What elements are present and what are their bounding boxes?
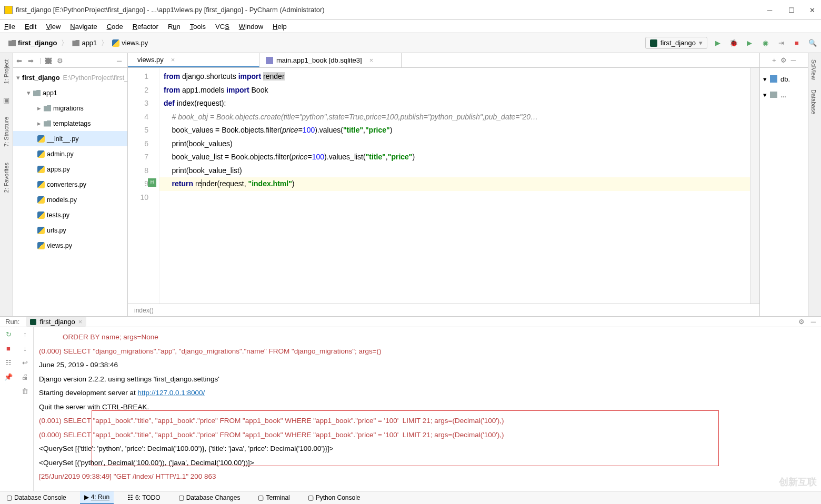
expand-icon[interactable]: ➡ xyxy=(28,57,35,64)
tree-file[interactable]: apps.py xyxy=(13,162,127,177)
settings-icon[interactable]: ⚙ xyxy=(57,57,64,64)
tree-file[interactable]: converters.py xyxy=(13,177,127,192)
project-tool-icon[interactable]: ▣ xyxy=(3,96,9,104)
stop-icon[interactable]: ■ xyxy=(6,345,11,352)
gutter-mark-icon: H xyxy=(148,178,156,187)
tab-label: views.py xyxy=(137,56,164,64)
database-tab[interactable]: Database xyxy=(808,86,819,117)
minimize-button[interactable]: ─ xyxy=(767,6,775,14)
menu-window[interactable]: Window xyxy=(239,23,263,31)
structure-tool-tab[interactable]: 7: Structure xyxy=(2,114,11,150)
add-icon[interactable]: + xyxy=(772,56,776,64)
db-sub[interactable]: ▾... xyxy=(763,87,805,103)
right-panel: + ⚙ ─ ▾db. ▾... xyxy=(759,53,808,316)
app-icon xyxy=(4,6,13,14)
settings-icon[interactable]: ⚙ xyxy=(798,318,805,326)
up-icon[interactable]: ↑ xyxy=(23,330,27,338)
tab-views[interactable]: views.py × xyxy=(128,53,259,67)
run-config-selector[interactable]: first_django ▾ xyxy=(645,37,707,49)
maximize-button[interactable]: ☐ xyxy=(788,6,796,14)
menu-view[interactable]: View xyxy=(46,23,61,31)
breadcrumb-text: index() xyxy=(134,307,154,314)
run-toolbar2: ↑ ↓ ↩ 🖨 🗑 xyxy=(17,327,34,504)
breadcrumb-root[interactable]: first_django xyxy=(4,39,61,47)
left-tool-strip: 1: Project ▣ 7: Structure 2: Favorites xyxy=(0,53,13,316)
hide-icon[interactable]: ─ xyxy=(811,318,816,326)
output-line: (0.001) SELECT "app1_book"."title", "app… xyxy=(39,417,504,425)
tree-templatetags[interactable]: ▸templatetags xyxy=(13,116,127,131)
project-tree: ▾first_djangoE:\PythonProject\first_djan… xyxy=(13,68,127,316)
menu-help[interactable]: Help xyxy=(273,23,287,31)
menu-navigate[interactable]: Navigate xyxy=(70,23,97,31)
close-button[interactable]: ✕ xyxy=(809,6,817,14)
breadcrumb-app[interactable]: app1 xyxy=(68,39,101,47)
favorites-tool-tab[interactable]: 2: Favorites xyxy=(2,159,11,196)
chevron-right-icon: 〉 xyxy=(101,38,108,48)
menu-code[interactable]: Code xyxy=(107,23,123,31)
minimap[interactable] xyxy=(750,68,759,304)
hide-icon[interactable]: ─ xyxy=(791,56,796,64)
menubar: File Edit View Navigate Code Refactor Ru… xyxy=(0,20,821,33)
menu-vcs[interactable]: VCS xyxy=(215,23,229,31)
rerun-icon[interactable]: ↻ xyxy=(6,330,12,338)
tree-file[interactable]: urls.py xyxy=(13,223,127,238)
settings-icon[interactable]: ⚙ xyxy=(780,56,787,64)
editor-breadcrumb: index() xyxy=(128,304,759,316)
debug-button[interactable]: 🐞 xyxy=(729,39,738,47)
code-lines[interactable]: from django.shortcuts import render from… xyxy=(159,68,750,304)
output-line: June 25, 2019 - 09:38:46 xyxy=(39,361,118,369)
pin-icon[interactable]: 📌 xyxy=(4,373,13,381)
run-toolbar: ↻ ■ ☷ 📌 xyxy=(0,327,17,504)
db-item[interactable]: ▾db. xyxy=(763,71,805,87)
close-icon[interactable]: × xyxy=(78,318,83,326)
tree-app1[interactable]: ▾app1 xyxy=(13,85,127,100)
tree-root[interactable]: ▾first_djangoE:\PythonProject\first_djan… xyxy=(13,70,127,85)
tree-file[interactable]: models.py xyxy=(13,192,127,207)
gutter: 12345678910 H xyxy=(128,68,159,304)
trash-icon[interactable]: 🗑 xyxy=(22,387,28,395)
close-icon[interactable]: × xyxy=(369,56,374,64)
django-icon xyxy=(30,319,36,325)
show-options-icon[interactable]: 🞿 xyxy=(45,57,53,64)
profile-button[interactable]: ◉ xyxy=(761,39,769,47)
titlebar: first_django [E:\PythonProject\first_dja… xyxy=(0,0,821,20)
run-label: Run: xyxy=(5,318,19,326)
sciview-tab[interactable]: SciView xyxy=(808,56,819,83)
tree-migrations[interactable]: ▸migrations xyxy=(13,100,127,116)
tree-file[interactable]: views.py xyxy=(13,238,127,253)
output-line: ORDER BY name; args=None xyxy=(39,333,158,341)
stop-button[interactable]: ■ xyxy=(793,39,801,47)
output-line: (0.000) SELECT "django_migrations"."app"… xyxy=(39,347,382,355)
layout-icon[interactable]: ☷ xyxy=(5,359,12,367)
tab-db[interactable]: main.app1_book [db.sqlite3] × xyxy=(259,53,402,67)
menu-tools[interactable]: Tools xyxy=(190,23,206,31)
menu-refactor[interactable]: Refactor xyxy=(133,23,158,31)
tree-file[interactable]: __init__.py xyxy=(13,131,127,146)
output-line: [25/Jun/2019 09:38:49] "GET /index/ HTTP… xyxy=(39,472,216,480)
run-coverage-button[interactable]: ▶ xyxy=(745,39,754,47)
collapse-icon[interactable]: ⬅ xyxy=(16,57,24,64)
run-button[interactable]: ▶ xyxy=(714,39,722,47)
down-icon[interactable]: ↓ xyxy=(23,345,27,352)
run-output[interactable]: ORDER BY name; args=None (0.000) SELECT … xyxy=(34,327,821,504)
tree-file[interactable]: tests.py xyxy=(13,207,127,223)
tree-file[interactable]: admin.py xyxy=(13,146,127,162)
wrap-icon[interactable]: ↩ xyxy=(22,359,28,367)
menu-edit[interactable]: Edit xyxy=(25,23,36,31)
run-config-tab[interactable]: first_django × xyxy=(26,317,86,327)
menu-file[interactable]: File xyxy=(4,23,15,31)
attach-button[interactable]: ⇥ xyxy=(777,39,785,47)
run-config-name: first_django xyxy=(39,318,75,326)
run-panel: Run: first_django × ⚙ ─ ↻ ■ ☷ 📌 ↑ ↓ ↩ 🖨 … xyxy=(0,316,821,491)
hide-icon[interactable]: ─ xyxy=(117,57,124,64)
search-icon[interactable]: 🔍 xyxy=(808,39,817,47)
output-line: <QuerySet [{'title': 'python', 'price': … xyxy=(39,445,334,452)
breadcrumb-file[interactable]: views.py xyxy=(108,39,152,47)
project-tool-tab[interactable]: 1: Project xyxy=(2,56,11,87)
menu-run[interactable]: Run xyxy=(168,23,181,31)
close-icon[interactable]: × xyxy=(171,56,175,64)
right-tool-strip: SciView Database xyxy=(808,53,821,316)
server-link[interactable]: http://127.0.0.1:8000/ xyxy=(138,389,205,397)
print-icon[interactable]: 🖨 xyxy=(22,373,28,381)
code-editor[interactable]: 12345678910 H from django.shortcuts impo… xyxy=(128,68,759,304)
